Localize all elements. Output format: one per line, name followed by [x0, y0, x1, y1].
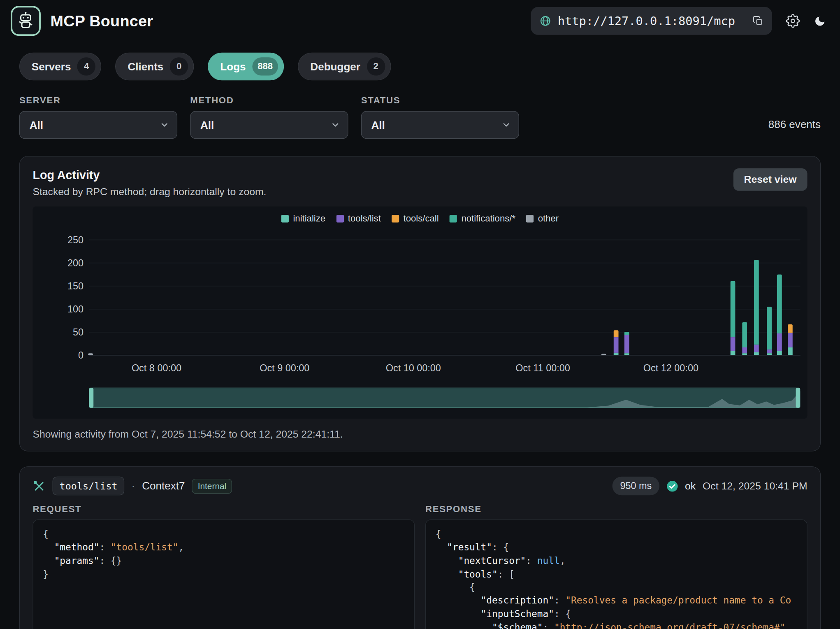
tab-label: Debugger: [310, 61, 360, 73]
bar-segment-tools-call: [614, 330, 619, 338]
app-root: MCP Bouncer http://127.0.0.1:8091/mcp Se…: [0, 0, 840, 629]
gridline: [89, 355, 800, 355]
bar-segment-initialize: [777, 351, 782, 355]
log-activity-card: Log Activity Stacked by RPC method; drag…: [19, 156, 821, 452]
brush-minimap: [89, 388, 800, 408]
chart-bar: [88, 354, 93, 355]
tab-bar: Servers4Clients0Logs888Debugger2: [0, 42, 840, 81]
gridline: [89, 332, 800, 332]
filter-select-method[interactable]: All: [190, 111, 348, 139]
bar-segment-tools-list: [730, 338, 735, 352]
x-tick-label: Oct 11 00:00: [515, 363, 570, 374]
chevron-down-icon: [331, 120, 340, 130]
code-line: "inputSchema": {: [436, 608, 797, 621]
bar-segment-tools-list: [767, 349, 772, 353]
response-column: RESPONSE { "result": { "nextCursor": nul…: [425, 504, 808, 629]
legend-label: tools/list: [348, 213, 381, 224]
x-tick-label: Oct 8 00:00: [132, 363, 181, 374]
tab-logs[interactable]: Logs888: [208, 53, 284, 81]
activity-card-header: Log Activity Stacked by RPC method; drag…: [32, 168, 807, 198]
filter-label: STATUS: [361, 96, 519, 106]
separator-dot: ·: [132, 480, 135, 492]
status-ok-icon: [666, 480, 678, 492]
chart-bar: [767, 307, 772, 355]
code-line: }: [43, 568, 404, 581]
chart-bar: [754, 260, 759, 355]
y-axis: 050100150200250: [32, 240, 84, 355]
code-line: "$schema": "http://json-schema.org/draft…: [436, 621, 797, 629]
tab-servers[interactable]: Servers4: [19, 53, 102, 81]
legend-swatch: [336, 215, 343, 222]
reset-view-button[interactable]: Reset view: [733, 168, 808, 191]
filter-status: STATUSAll: [361, 96, 519, 139]
code-line: {: [436, 581, 797, 594]
chevron-down-icon: [160, 120, 169, 130]
gridline: [89, 286, 800, 286]
tab-label: Servers: [32, 61, 71, 73]
log-entry-card[interactable]: tools/list · Context7 Internal 950 ms ok…: [19, 466, 821, 629]
bar-segment-other: [88, 354, 93, 355]
tab-count-badge: 2: [367, 57, 385, 75]
bar-segment-other: [601, 354, 606, 355]
gridline: [89, 309, 800, 309]
chart-legend: initializetools/listtools/callnotificati…: [32, 213, 807, 224]
code-line: "nextCursor": null,: [436, 554, 797, 567]
chart-brush[interactable]: [89, 388, 800, 408]
payload-grid: REQUEST { "method": "tools/list", "param…: [32, 504, 807, 629]
filters-row: SERVERAllMETHODAllSTATUSAll 886 events: [0, 80, 840, 139]
select-value: All: [30, 119, 43, 131]
bar-segment-tools-list: [743, 347, 747, 353]
legend-item-other: other: [526, 213, 559, 224]
endpoint-url-bar[interactable]: http://127.0.0.1:8091/mcp: [531, 7, 772, 35]
filter-select-server[interactable]: All: [19, 111, 177, 139]
activity-title: Log Activity: [32, 168, 266, 182]
brush-handle-right[interactable]: [796, 388, 800, 408]
robot-icon: [16, 11, 36, 31]
y-tick-label: 250: [67, 235, 84, 246]
globe-icon: [539, 15, 551, 27]
activity-range-caption: Showing activity from Oct 7, 2025 11:54:…: [32, 429, 807, 440]
settings-button[interactable]: [786, 14, 800, 28]
theme-toggle-button[interactable]: [814, 15, 826, 27]
entry-meta: 950 ms ok Oct 12, 2025 10:41 PM: [613, 477, 807, 496]
copy-icon[interactable]: [753, 16, 763, 26]
activity-chart[interactable]: initializetools/listtools/callnotificati…: [32, 206, 807, 419]
x-tick-label: Oct 10 00:00: [386, 363, 441, 374]
tab-debugger[interactable]: Debugger2: [298, 53, 391, 81]
code-line: {: [43, 527, 404, 540]
method-badge: tools/list: [53, 477, 125, 496]
gridline: [89, 240, 800, 240]
activity-subtitle: Stacked by RPC method; drag horizontally…: [32, 186, 266, 198]
y-tick-label: 0: [78, 350, 84, 361]
bar-segment-tools-list: [788, 333, 793, 347]
bar-segment-initialize: [614, 353, 619, 355]
legend-label: notifications/*: [461, 213, 515, 224]
code-line: "tools": [: [436, 568, 797, 581]
moon-icon: [814, 15, 826, 27]
filter-label: METHOD: [190, 96, 348, 106]
log-entry-header: tools/list · Context7 Internal 950 ms ok…: [32, 477, 807, 496]
bar-segment-initialize: [788, 347, 793, 355]
request-column: REQUEST { "method": "tools/list", "param…: [32, 504, 415, 629]
chart-plot[interactable]: [89, 240, 800, 355]
bar-segment-notifications: [730, 281, 735, 338]
legend-item-notifications: notifications/*: [450, 213, 515, 224]
x-tick-label: Oct 9 00:00: [260, 363, 309, 374]
filter-select-status[interactable]: All: [361, 111, 519, 139]
tab-clients[interactable]: Clients0: [116, 53, 194, 81]
gear-icon: [786, 14, 800, 28]
bar-segment-tools-list: [624, 335, 629, 354]
tools-icon: [32, 480, 45, 492]
bar-segment-notifications: [624, 332, 629, 335]
server-name: Context7: [142, 480, 185, 492]
legend-item-initialize: initialize: [281, 213, 325, 224]
legend-swatch: [281, 215, 289, 222]
header: MCP Bouncer http://127.0.0.1:8091/mcp: [0, 0, 840, 42]
legend-swatch: [392, 215, 399, 222]
brush-handle-left[interactable]: [89, 388, 93, 408]
filter-method: METHODAll: [190, 96, 348, 139]
duration-badge: 950 ms: [613, 477, 659, 496]
tab-count-badge: 4: [77, 57, 95, 75]
chart-bar: [624, 332, 629, 355]
bar-segment-initialize: [743, 353, 747, 355]
